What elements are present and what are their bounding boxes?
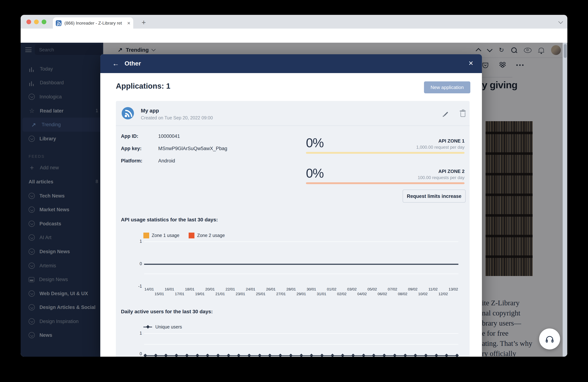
data-point-marker xyxy=(185,354,189,357)
line-marker-swatch xyxy=(143,327,152,327)
legend-label: Zone 1 usage xyxy=(152,233,179,238)
data-point-marker xyxy=(393,354,396,357)
macos-minimize-button[interactable] xyxy=(34,19,39,24)
x-tick: 23/01 xyxy=(235,292,246,296)
card-divider xyxy=(116,126,470,126)
macos-close-button[interactable] xyxy=(26,19,31,24)
data-point-marker xyxy=(195,354,199,357)
data-point-marker xyxy=(372,354,376,357)
x-tick: 13/02 xyxy=(448,287,458,291)
x-tick: 04/02 xyxy=(357,292,367,296)
x-tick: 07/02 xyxy=(387,287,398,291)
field-label: App ID: xyxy=(121,134,158,146)
field-label: Platform: xyxy=(121,158,158,170)
x-tick: 29/01 xyxy=(296,292,306,296)
app-name: My app xyxy=(141,108,159,114)
data-point-marker xyxy=(320,354,323,357)
x-tick: 11/02 xyxy=(428,287,438,291)
field-value: Android xyxy=(158,158,175,170)
delete-trash-icon[interactable] xyxy=(461,112,465,117)
zone-name: API ZONE 1 xyxy=(439,138,465,144)
data-point-marker xyxy=(424,354,427,357)
modal-body: Applications: 1 New application My app C… xyxy=(100,73,482,357)
field-label: App key: xyxy=(121,146,158,158)
data-point-marker xyxy=(445,354,448,357)
request-limits-button[interactable]: Request limits increase xyxy=(403,190,466,203)
daily-chart-heading: Daily active users for the last 30 days: xyxy=(121,308,213,314)
browser-tab[interactable]: (866) Inoreader - Z-Library ret × xyxy=(53,17,133,29)
page-content: Today Dashboard Innologica Read later 1 xyxy=(21,43,567,357)
data-point-marker xyxy=(362,354,365,357)
data-point-marker xyxy=(164,354,168,357)
desktop: (866) Inoreader - Z-Library ret × + ← → … xyxy=(0,0,588,382)
tab-close-icon[interactable]: × xyxy=(127,20,130,26)
x-tick: 05/02 xyxy=(367,287,377,291)
legend-item: Zone 2 usage xyxy=(189,233,225,238)
page-scrollbar[interactable] xyxy=(563,43,567,357)
x-tick: 31/01 xyxy=(316,292,327,296)
x-tick: 08/02 xyxy=(398,292,408,296)
field-value: 10000041 xyxy=(158,134,180,146)
api-zone: 0% API ZONE 1 1,000.00 request per day xyxy=(306,136,464,166)
data-point-marker xyxy=(248,354,251,357)
x-tick: 20/01 xyxy=(205,287,215,291)
x-tick: 06/02 xyxy=(377,292,387,296)
y-tick: 0 xyxy=(131,352,142,356)
data-point-marker xyxy=(383,354,386,357)
app-icon xyxy=(122,107,134,119)
applications-modal: ← Other × Applications: 1 New applicatio… xyxy=(100,54,482,357)
x-tick: 16/01 xyxy=(164,287,174,291)
data-point-marker xyxy=(144,354,147,357)
tab-title: (866) Inoreader - Z-Library ret xyxy=(64,20,126,25)
close-icon[interactable]: × xyxy=(468,58,473,68)
headphones-icon xyxy=(545,334,554,344)
legend-item: Zone 1 usage xyxy=(143,233,179,238)
zero-data-line xyxy=(144,264,458,265)
x-tick: 24/01 xyxy=(246,287,256,291)
data-point-marker xyxy=(435,354,438,357)
data-point-marker xyxy=(154,354,157,357)
zone-limit: 100.00 requests per day xyxy=(418,175,464,180)
data-point-marker xyxy=(237,354,240,357)
x-tick: 01/02 xyxy=(327,287,337,291)
data-point-marker xyxy=(351,354,355,357)
zone-name: API ZONE 2 xyxy=(439,169,465,174)
app-field-row: App ID: 10000041 xyxy=(121,134,227,146)
zone-percent: 0% xyxy=(306,166,323,180)
gridline xyxy=(144,333,458,334)
usage-chart-legend: Zone 1 usage Zone 2 usage xyxy=(143,233,225,238)
daily-chart-legend: Unique users xyxy=(143,325,182,329)
new-application-button[interactable]: New application xyxy=(424,81,470,93)
gridline xyxy=(144,241,458,242)
y-tick: 1 xyxy=(131,331,142,335)
x-tick: 27/01 xyxy=(276,292,286,296)
zone-progress-bar xyxy=(306,182,464,184)
data-point-marker xyxy=(258,354,261,357)
listen-headphones-button[interactable] xyxy=(539,328,560,349)
app-field-row: App key: MSnwP9GlArSuQw5awX_Pbag xyxy=(121,146,227,158)
x-tick: 25/01 xyxy=(256,292,266,296)
macos-zoom-button[interactable] xyxy=(42,19,46,24)
zone-limit: 1,000.00 request per day xyxy=(416,145,464,150)
x-tick: 26/01 xyxy=(266,287,276,291)
x-tick: 21/01 xyxy=(215,292,225,296)
edit-pencil-icon[interactable] xyxy=(444,112,448,116)
legend-swatch xyxy=(143,233,149,238)
back-arrow-icon[interactable]: ← xyxy=(112,60,119,68)
x-tick: 14/01 xyxy=(144,287,154,291)
x-tick: 02/02 xyxy=(337,292,347,296)
data-point-marker xyxy=(403,354,407,357)
app-created-date: Created on Tue Sep 20, 2022 09:00 xyxy=(141,115,213,120)
x-tick: 22/01 xyxy=(225,287,235,291)
x-axis-labels: 14/0115/0116/0117/0118/0119/0120/0121/01… xyxy=(144,287,458,291)
tab-search-chevron-icon[interactable] xyxy=(558,19,563,24)
x-tick: 15/01 xyxy=(154,292,164,296)
data-point-marker xyxy=(455,354,459,357)
y-tick: 0 xyxy=(131,262,142,266)
data-point-marker xyxy=(268,354,272,357)
y-tick: -1 xyxy=(131,284,142,288)
data-point-marker xyxy=(206,354,209,357)
data-point-marker xyxy=(279,354,282,357)
new-tab-button[interactable]: + xyxy=(139,17,149,27)
scrollbar-thumb[interactable] xyxy=(564,44,567,58)
